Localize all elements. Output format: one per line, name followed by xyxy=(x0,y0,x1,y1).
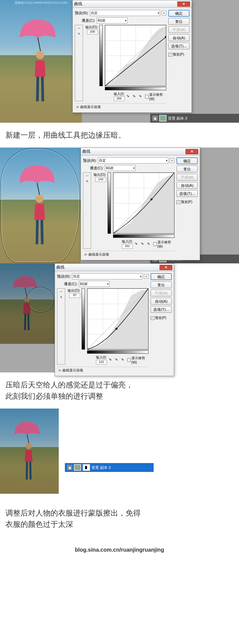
output-value[interactable]: 87 xyxy=(69,293,80,298)
preview-checkbox[interactable]: ✓ xyxy=(151,316,154,320)
eyedropper-black-icon[interactable] xyxy=(127,94,131,99)
channel-select[interactable]: RGB xyxy=(79,281,110,287)
cancel-button[interactable]: 复位 xyxy=(151,281,172,288)
visibility-icon[interactable]: ◉ xyxy=(67,465,72,470)
photo-1: 思缘设计论坛 WWW.MISSYUAN.COM xyxy=(0,0,82,123)
svg-line-10 xyxy=(87,289,148,349)
caption-1: 新建一层，用曲线工具把边缘压暗。 xyxy=(0,123,239,148)
cancel-button[interactable]: 复位 xyxy=(177,166,198,172)
auto-button[interactable]: 自动(A) xyxy=(177,182,198,189)
curve-graph[interactable] xyxy=(113,172,174,234)
svg-line-6 xyxy=(113,173,174,233)
curves-dialog-1: 曲线 ✕ 预设(R): 自定 ≡ 通道(C): RGB 〰 ✎ xyxy=(72,0,192,113)
preset-select[interactable]: 自定 xyxy=(90,10,160,16)
smooth-button: 平滑(M) xyxy=(168,26,189,33)
curve-tool-icon[interactable]: 〰 xyxy=(58,289,64,294)
preset-menu-icon[interactable]: ≡ xyxy=(170,158,174,163)
caption-2: 压暗后天空给人的感觉还是过于偏亮， 此刻我们必须单独的进行调整 xyxy=(0,372,239,409)
layers-strip-4[interactable]: ◉ 背景 副本 3 xyxy=(65,463,154,472)
preview-checkbox[interactable]: ✓ xyxy=(168,53,172,57)
close-icon[interactable]: ✕ xyxy=(185,149,198,154)
curves-dialog-3: 曲线✕ 预设(R):自定≡ 通道(C):RGB 〰✎ 输出(O):87 xyxy=(55,263,174,376)
preset-select[interactable]: 自定 xyxy=(72,273,142,279)
mask-thumb[interactable] xyxy=(83,464,90,471)
selection-marquee xyxy=(1,149,79,262)
channel-label: 通道(C): xyxy=(82,18,95,23)
svg-point-1 xyxy=(36,51,44,59)
pencil-tool-icon[interactable]: ✎ xyxy=(76,31,82,36)
eyedropper-white-icon[interactable] xyxy=(139,94,143,99)
footer-url: blog.sina.com.cn/ruanjingruanjing xyxy=(0,537,239,556)
eyedropper-gray-icon[interactable] xyxy=(133,94,137,99)
eyedropper-black-icon[interactable] xyxy=(109,357,113,362)
curve-tool-icon[interactable]: 〰 xyxy=(84,173,90,178)
smooth-button: 平滑(M) xyxy=(177,174,198,181)
photo-3 xyxy=(0,263,55,344)
selection-marquee xyxy=(27,288,53,312)
channel-select[interactable]: RGB xyxy=(105,165,136,171)
eyedropper-black-icon[interactable] xyxy=(135,242,139,246)
options-button[interactable]: 选项(T)... xyxy=(168,43,189,49)
curve-graph[interactable] xyxy=(105,25,166,86)
gradient-h xyxy=(105,87,166,90)
svg-line-2 xyxy=(105,25,166,86)
pencil-tool-icon[interactable]: ✎ xyxy=(84,179,90,184)
output-value[interactable]: 144 xyxy=(95,177,106,182)
eyedropper-white-icon[interactable] xyxy=(121,357,125,362)
dialog-titlebar[interactable]: 曲线 ✕ xyxy=(73,0,192,8)
layer-name[interactable]: 背景 副本 3 xyxy=(168,116,187,121)
cancel-button[interactable]: 复位 xyxy=(168,18,189,25)
curves-dialog-2: 曲线✕ 预设(R):自定≡ 通道(C):RGB 〰✎ 输出(O):144 xyxy=(81,148,200,260)
layers-strip-1: ◉ 背景 副本 3 xyxy=(150,114,239,123)
photo-2 xyxy=(0,148,81,263)
caption-3: 调整后对人物的衣服进行蒙版擦出，免得 衣服的颜色过于太深 xyxy=(0,494,239,537)
options-button[interactable]: 选项(T)... xyxy=(177,190,198,197)
input-value[interactable]: 122 xyxy=(96,360,107,365)
ok-button[interactable]: 确定 xyxy=(177,157,198,164)
svg-point-11 xyxy=(115,328,117,330)
eyedropper-gray-icon[interactable] xyxy=(115,357,119,362)
dialog-title: 曲线 xyxy=(74,1,177,7)
curve-tools: 〰 ✎ xyxy=(75,25,83,101)
preview-checkbox[interactable]: ✓ xyxy=(177,200,180,204)
output-value[interactable]: 205 xyxy=(87,30,98,34)
curve-display-options[interactable]: 曲线显示选项 xyxy=(75,103,166,110)
close-icon[interactable]: ✕ xyxy=(177,1,190,7)
clip-checkbox[interactable] xyxy=(145,95,149,98)
clip-checkbox[interactable] xyxy=(127,358,131,362)
output-group: 输出(O): 205 xyxy=(84,25,98,101)
clip-checkbox[interactable] xyxy=(153,242,157,246)
photo-4 xyxy=(0,409,59,494)
input-value[interactable]: 255 xyxy=(114,96,125,101)
auto-button[interactable]: 自动(A) xyxy=(168,34,189,41)
person-icon xyxy=(31,37,49,117)
eyedropper-gray-icon[interactable] xyxy=(141,242,145,246)
channel-select[interactable]: RGB xyxy=(97,17,127,24)
close-icon[interactable]: ✕ xyxy=(159,265,172,270)
gradient-v xyxy=(99,25,103,86)
options-button[interactable]: 选项(T)... xyxy=(151,306,172,313)
pencil-tool-icon[interactable]: ✎ xyxy=(58,295,64,300)
svg-point-7 xyxy=(151,198,153,200)
ok-button[interactable]: 确定 xyxy=(151,273,172,280)
visibility-icon[interactable]: ◉ xyxy=(152,116,158,121)
watermark: 思缘设计论坛 WWW.MISSYUAN.COM xyxy=(15,1,68,5)
layer-thumb[interactable] xyxy=(159,115,167,122)
curve-tool-icon[interactable]: 〰 xyxy=(76,26,82,31)
preset-select[interactable]: 自定 xyxy=(98,157,168,164)
layer-thumb[interactable] xyxy=(74,464,81,471)
preset-menu-icon[interactable]: ≡ xyxy=(161,11,166,15)
auto-button[interactable]: 自动(A) xyxy=(151,298,172,305)
preset-menu-icon[interactable]: ≡ xyxy=(144,274,149,279)
input-value[interactable]: 161 xyxy=(122,244,133,249)
smooth-button: 平滑(M) xyxy=(151,290,172,296)
preset-label: 预设(R): xyxy=(75,11,88,16)
svg-point-13 xyxy=(26,443,32,449)
curve-graph[interactable] xyxy=(87,288,149,350)
ok-button[interactable]: 确定 xyxy=(168,10,189,17)
eyedropper-white-icon[interactable] xyxy=(147,242,151,246)
